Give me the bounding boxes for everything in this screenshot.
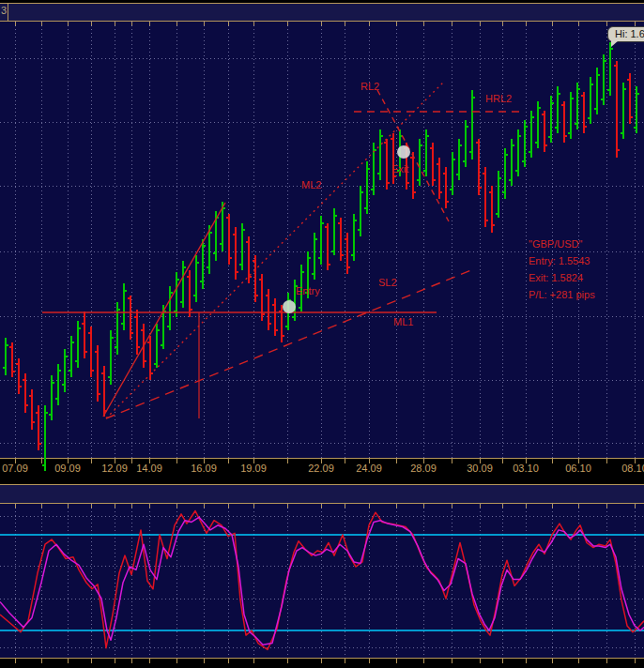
chart-window: 3 07.0909.0912.0914.0916.0919.0922.0924.… (0, 0, 644, 668)
header-band (0, 4, 644, 21)
separator-band[interactable] (0, 485, 644, 503)
exit-marker[interactable] (397, 145, 410, 159)
entry-marker[interactable] (283, 300, 296, 313)
chart-canvas[interactable] (0, 0, 644, 668)
